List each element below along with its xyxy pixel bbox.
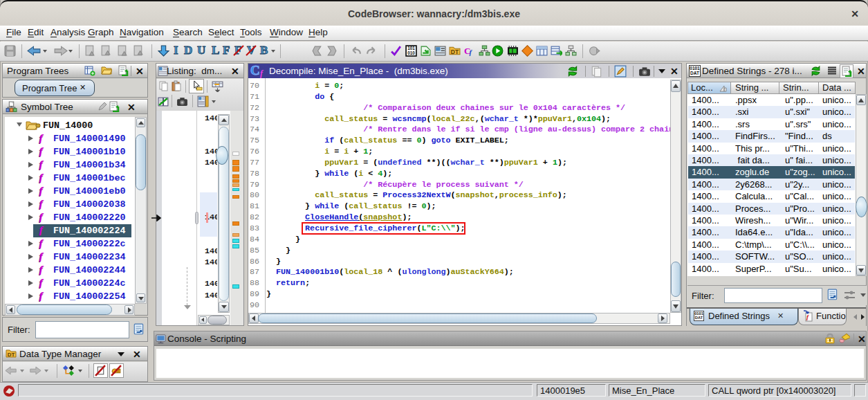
svg-text:DAT: DAT xyxy=(695,316,703,320)
svg-text:0101: 0101 xyxy=(694,311,704,316)
svg-text:0101: 0101 xyxy=(690,66,700,71)
svg-text:DT: DT xyxy=(8,352,15,358)
svg-text:DAT: DAT xyxy=(690,71,699,75)
svg-text:DT: DT xyxy=(451,48,459,55)
svg-text:010: 010 xyxy=(407,51,415,55)
svg-text:f: f xyxy=(470,48,473,56)
